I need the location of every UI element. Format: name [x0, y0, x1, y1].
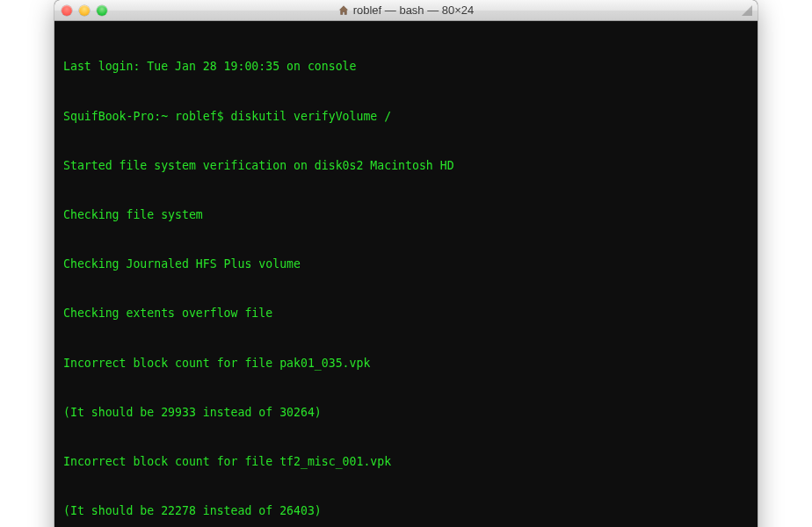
terminal-line: Last login: Tue Jan 28 19:00:35 on conso… [63, 59, 749, 76]
minimize-icon[interactable] [79, 5, 90, 16]
terminal-line: SquifBook-Pro:~ roblef$ diskutil verifyV… [63, 109, 749, 126]
terminal-line: (It should be 22278 instead of 26403) [63, 503, 749, 520]
window-title-text: roblef — bash — 80×24 [353, 4, 475, 17]
terminal-window: roblef — bash — 80×24 Last login: Tue Ja… [54, 0, 758, 527]
close-icon[interactable] [62, 5, 72, 16]
traffic-lights [62, 5, 107, 16]
terminal-line: Checking extents overflow file [63, 306, 749, 322]
terminal-line: Checking file system [63, 207, 749, 224]
terminal-line: Checking Journaled HFS Plus volume [63, 256, 749, 273]
home-icon [338, 5, 349, 16]
titlebar[interactable]: roblef — bash — 80×24 [54, 0, 758, 21]
terminal-line: Incorrect block count for file tf2_misc_… [63, 454, 749, 471]
zoom-icon[interactable] [97, 5, 107, 16]
terminal-line: Started file system verification on disk… [63, 158, 749, 175]
terminal-line: (It should be 29933 instead of 30264) [63, 405, 749, 422]
terminal-line: Incorrect block count for file pak01_035… [63, 356, 749, 372]
window-title: roblef — bash — 80×24 [54, 4, 758, 17]
resize-icon[interactable] [740, 4, 752, 16]
terminal-body[interactable]: Last login: Tue Jan 28 19:00:35 on conso… [54, 21, 758, 527]
